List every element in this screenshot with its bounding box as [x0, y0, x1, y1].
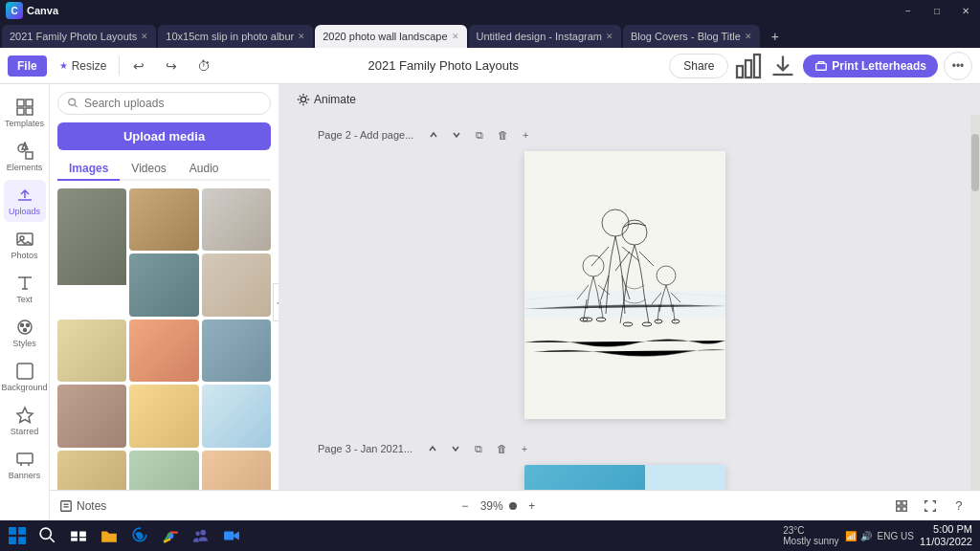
page3-chevron-up[interactable] [422, 438, 443, 459]
tab-close-icon[interactable]: ✕ [452, 32, 459, 41]
download-icon [768, 52, 797, 80]
file-explorer-button[interactable] [96, 522, 122, 549]
canvas-scroll[interactable]: Page 2 - Add page... ⧉ 🗑 + [279, 115, 980, 520]
upload-media-button[interactable]: Upload media [57, 122, 271, 150]
search-box[interactable] [57, 92, 271, 115]
edge-button[interactable] [126, 522, 153, 549]
svg-rect-42 [897, 500, 901, 504]
network-icon[interactable]: 📶 [845, 531, 857, 541]
tab-close-icon[interactable]: ✕ [141, 32, 148, 41]
svg-rect-19 [17, 453, 33, 463]
page3-add-button[interactable]: + [514, 438, 535, 459]
taskbar: 23°C Mostly sunny 📶 🔊 ENG US 5:00 PM 11/… [0, 520, 980, 551]
zoom-in-button[interactable]: + [523, 496, 542, 516]
search-input[interactable] [84, 97, 260, 110]
svg-line-51 [50, 538, 55, 542]
resize-button[interactable]: ★ Resize [53, 55, 114, 77]
page3-delete-button[interactable]: 🗑 [491, 438, 512, 459]
page-label-2[interactable]: Page 2 - Add page... [318, 129, 413, 141]
close-button[interactable]: ✕ [951, 0, 980, 21]
fullscreen-button[interactable] [919, 495, 942, 518]
sidebar-item-starred[interactable]: Starred [4, 400, 46, 442]
list-item[interactable] [57, 320, 126, 382]
tab-close-icon[interactable]: ✕ [298, 32, 305, 41]
more-options-button[interactable]: ••• [944, 52, 972, 80]
tab-close-icon[interactable]: ✕ [606, 32, 613, 41]
download-button[interactable] [768, 52, 797, 80]
zoom-out-button[interactable]: − [456, 496, 475, 516]
sidebar-item-uploads[interactable]: Uploads [4, 180, 46, 222]
sidebar-item-elements[interactable]: Elements [4, 136, 46, 178]
print-button[interactable]: Print Letterheads [803, 55, 938, 77]
page-chevron-down[interactable] [446, 124, 467, 145]
sidebar-label: Elements [7, 163, 43, 172]
svg-line-21 [75, 104, 78, 107]
svg-rect-39 [61, 500, 72, 511]
sidebar-item-banners[interactable]: Banners [4, 444, 46, 486]
notes-button[interactable]: Notes [59, 499, 106, 513]
file-button[interactable]: File [8, 55, 47, 77]
main-area: Templates Elements Uploads Photos Text S… [0, 84, 980, 520]
scrollbar-thumb[interactable] [971, 134, 979, 191]
sidebar-item-text[interactable]: Text [4, 268, 46, 310]
list-item[interactable] [57, 385, 126, 447]
maximize-button[interactable]: □ [923, 0, 951, 21]
tab-close-icon[interactable]: ✕ [745, 32, 752, 41]
page-canvas-2[interactable]: ↻ [524, 151, 725, 419]
tab-videos[interactable]: Videos [120, 158, 177, 181]
taskbar-search-button[interactable] [34, 522, 61, 549]
tab-images[interactable]: Images [57, 158, 120, 181]
redo-button[interactable]: ↪ [158, 53, 185, 79]
list-item[interactable] [57, 188, 126, 317]
svg-rect-5 [26, 99, 33, 106]
help-button[interactable]: ? [947, 495, 970, 518]
page-label-3[interactable]: Page 3 - Jan 2021... [318, 443, 412, 454]
hide-panel-button[interactable]: ◀ [273, 283, 279, 321]
page-copy-button[interactable]: ⧉ [469, 124, 490, 145]
page-add-button[interactable]: + [515, 124, 536, 145]
start-button[interactable] [4, 522, 31, 549]
page-delete-button[interactable]: 🗑 [492, 124, 513, 145]
minimize-button[interactable]: − [894, 0, 923, 21]
list-item[interactable] [202, 320, 271, 382]
page-header-2: Page 2 - Add page... ⧉ 🗑 + [318, 124, 932, 145]
list-item[interactable] [129, 320, 198, 382]
sidebar-item-templates[interactable]: Templates [4, 92, 46, 134]
page3-copy-button[interactable]: ⧉ [468, 438, 489, 459]
chevron-up-icon [428, 444, 437, 453]
chrome-button[interactable] [157, 522, 184, 549]
tab-audio[interactable]: Audio [178, 158, 231, 181]
tab-slip-photo[interactable]: 10x15cm slip in photo albur ✕ [158, 25, 313, 48]
list-item[interactable] [202, 385, 271, 447]
svg-rect-9 [26, 152, 33, 159]
sidebar-item-background[interactable]: Background [4, 356, 46, 398]
zoom-button[interactable] [218, 522, 245, 549]
sidebar-label: Styles [12, 339, 36, 348]
svg-rect-53 [79, 532, 86, 538]
sidebar-item-styles[interactable]: Styles [4, 312, 46, 354]
new-tab-button[interactable]: + [764, 25, 787, 48]
fit-to-screen-button[interactable] [890, 495, 913, 518]
list-item[interactable] [129, 385, 198, 447]
list-item[interactable] [129, 188, 198, 251]
list-item[interactable] [129, 253, 198, 316]
tab-photo-wall[interactable]: 2020 photo wall landscape ✕ [315, 25, 466, 48]
list-item[interactable] [202, 188, 271, 251]
timer-button[interactable]: ⏱ [190, 53, 217, 79]
tab-instagram[interactable]: Untitled design - Instagram ✕ [469, 25, 621, 48]
list-item[interactable] [202, 253, 271, 316]
share-button[interactable]: Share [669, 54, 728, 78]
volume-icon[interactable]: 🔊 [860, 531, 872, 541]
analytics-button[interactable] [734, 52, 763, 80]
animate-button[interactable]: Animate [289, 89, 364, 110]
page-chevron-up[interactable] [423, 124, 444, 145]
sidebar-item-photos[interactable]: Photos [4, 224, 46, 266]
fullscreen-icon [924, 499, 937, 513]
page3-chevron-down[interactable] [445, 438, 466, 459]
tab-blog[interactable]: Blog Covers - Blog Title ✕ [623, 25, 760, 48]
task-view-button[interactable] [65, 522, 92, 549]
teams-button[interactable] [188, 522, 214, 549]
tab-family-layouts[interactable]: 2021 Family Photo Layouts ✕ [2, 25, 156, 48]
vertical-scrollbar[interactable] [970, 115, 980, 520]
undo-button[interactable]: ↩ [125, 53, 152, 79]
